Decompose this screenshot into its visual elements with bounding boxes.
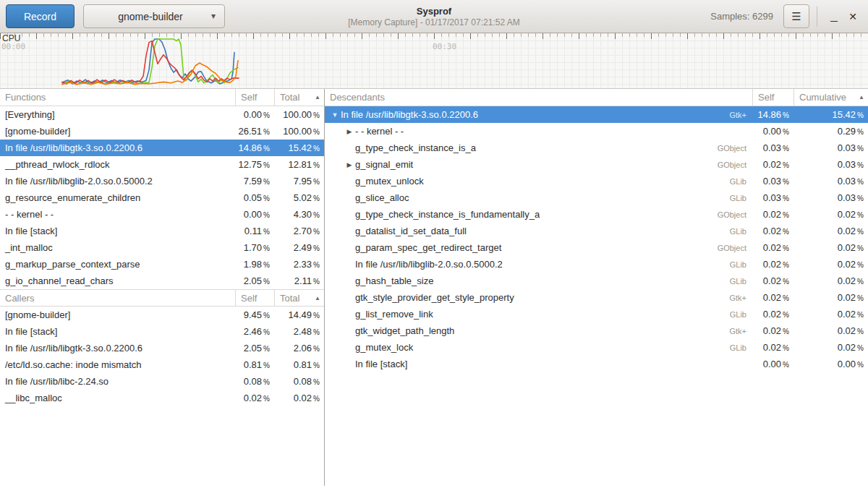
percent-sign: % xyxy=(263,328,270,336)
percent-sign: % xyxy=(313,194,320,202)
column-header-self[interactable]: Self xyxy=(752,89,793,106)
tree-row[interactable]: g_mutex_lockGLib0.02%0.02% xyxy=(325,339,868,356)
table-row[interactable]: In file /usr/lib/libc-2.24.so0.08%0.08% xyxy=(0,373,324,390)
self-percent-value: 12.75 xyxy=(239,159,263,170)
menu-button[interactable]: ☰ xyxy=(783,4,809,28)
self-percent: 0.02% xyxy=(752,242,793,253)
tree-row[interactable]: g_hash_table_sizeGLib0.02%0.02% xyxy=(325,273,868,289)
descendant-name-cell: g_mutex_lock xyxy=(325,342,730,353)
percent-sign: % xyxy=(857,344,864,352)
table-row[interactable]: In file [stack]2.46%2.48% xyxy=(0,323,324,340)
self-percent-value: 0.02 xyxy=(763,275,781,286)
table-row[interactable]: g_resource_enumerate_children0.05%5.02% xyxy=(0,189,324,206)
self-percent: 12.75% xyxy=(235,159,274,170)
table-row[interactable]: In file [stack]0.11%2.70% xyxy=(0,223,324,239)
table-row[interactable]: /etc/ld.so.cache: inode mismatch0.81%0.8… xyxy=(0,356,324,373)
table-row[interactable]: g_markup_parse_context_parse1.98%2.33% xyxy=(0,256,324,273)
chevron-down-icon: ▾ xyxy=(211,11,216,21)
percent-sign: % xyxy=(313,345,320,353)
descendant-name: g_datalist_id_set_data_full xyxy=(355,226,467,236)
process-selector[interactable]: gnome-builder ▾ xyxy=(83,4,225,28)
percent-sign: % xyxy=(857,178,864,186)
self-percent: 0.02% xyxy=(752,325,793,336)
self-percent-value: 0.03 xyxy=(763,142,781,153)
descendant-name: g_mutex_unlock xyxy=(355,176,424,187)
function-name: g_resource_enumerate_children xyxy=(0,192,235,203)
column-header-self[interactable]: Self xyxy=(235,290,274,306)
self-percent: 2.46% xyxy=(235,326,274,337)
total-percent-value: 2.11 xyxy=(294,275,312,286)
expander-open-icon[interactable]: ▼ xyxy=(329,111,341,119)
table-row[interactable]: - - kernel - -0.00%4.30% xyxy=(0,206,324,223)
column-header-cumulative[interactable]: Cumulative▲ xyxy=(793,89,868,106)
table-row[interactable]: [Everything]0.00%100.00% xyxy=(0,106,324,123)
tree-row[interactable]: In file /usr/lib/libglib-2.0.so.0.5000.2… xyxy=(325,256,868,273)
expander-closed-icon[interactable]: ▶ xyxy=(344,161,355,168)
descendant-name-cell: In file [stack] xyxy=(325,359,752,369)
tree-row[interactable]: ▶- - kernel - -0.00%0.29% xyxy=(325,123,868,140)
table-row[interactable]: _int_malloc1.70%2.49% xyxy=(0,239,324,256)
cumulative-percent: 0.00% xyxy=(793,359,868,369)
percent-sign: % xyxy=(857,161,864,169)
descendants-pane: DescendantsSelfCumulative▲▼In file /usr/… xyxy=(325,89,868,488)
tree-row[interactable]: g_slice_allocGLib0.03%0.03% xyxy=(325,189,868,206)
tree-row[interactable]: gtk_widget_path_lengthGtk+0.02%0.02% xyxy=(325,322,868,339)
cumulative-percent-value: 0.02 xyxy=(838,226,856,236)
total-percent-value: 2.49 xyxy=(294,242,312,253)
column-header-descendants[interactable]: Descendants xyxy=(325,89,752,106)
total-percent-value: 100.00 xyxy=(283,109,312,120)
self-percent-value: 2.05 xyxy=(244,275,262,286)
function-name: __libc_malloc xyxy=(0,393,235,403)
table-row[interactable]: In file /usr/lib/libgtk-3.so.0.2200.62.0… xyxy=(0,340,324,356)
function-name: __pthread_rwlock_rdlock xyxy=(0,159,235,170)
self-percent: 7.59% xyxy=(235,176,274,187)
self-percent: 0.05% xyxy=(235,192,274,203)
record-button[interactable]: Record xyxy=(6,4,75,28)
total-percent-value: 14.49 xyxy=(289,309,312,320)
table-row[interactable]: In file /usr/lib/libglib-2.0.so.0.5000.2… xyxy=(0,173,324,189)
cpu-graph[interactable]: CPU 00:00 00:30 xyxy=(0,33,868,89)
percent-sign: % xyxy=(263,111,270,119)
expander-closed-icon[interactable]: ▶ xyxy=(344,128,355,135)
library-badge: GLib xyxy=(730,310,746,319)
table-row[interactable]: g_io_channel_read_chars2.05%2.11% xyxy=(0,273,324,289)
self-percent: 0.03% xyxy=(752,176,793,187)
column-header-total[interactable]: Total▲ xyxy=(274,89,324,106)
tree-row[interactable]: g_mutex_unlockGLib0.03%0.03% xyxy=(325,173,868,189)
tree-row[interactable]: ▶g_signal_emitGObject0.02%0.03% xyxy=(325,156,868,173)
table-row[interactable]: __libc_malloc0.02%0.02% xyxy=(0,390,324,406)
column-header-callers[interactable]: Callers xyxy=(0,290,235,306)
table-row[interactable]: [gnome-builder]9.45%14.49% xyxy=(0,307,324,323)
descendant-name: g_slice_alloc xyxy=(355,192,409,203)
table-row[interactable]: __pthread_rwlock_rdlock12.75%12.81% xyxy=(0,156,324,173)
cumulative-percent-value: 0.03 xyxy=(838,142,856,153)
tree-row[interactable]: g_list_remove_linkGLib0.02%0.02% xyxy=(325,306,868,322)
column-header-total[interactable]: Total▲ xyxy=(274,290,324,306)
column-header-self[interactable]: Self xyxy=(235,89,274,106)
percent-sign: % xyxy=(263,161,270,169)
close-button[interactable]: ✕ xyxy=(843,6,862,27)
percent-sign: % xyxy=(783,161,789,169)
percent-sign: % xyxy=(783,311,789,319)
self-percent-value: 0.00 xyxy=(244,109,262,120)
tree-row[interactable]: ▼In file /usr/lib/libgtk-3.so.0.2200.6Gt… xyxy=(325,106,868,123)
self-percent: 0.02% xyxy=(752,292,793,303)
library-badge: GLib xyxy=(730,260,746,269)
tree-row[interactable]: g_type_check_instance_is_fundamentally_a… xyxy=(325,206,868,223)
tree-row[interactable]: g_type_check_instance_is_aGObject0.03%0.… xyxy=(325,140,868,156)
minimize-button[interactable]: ─ xyxy=(825,6,843,27)
column-header-functions[interactable]: Functions xyxy=(0,89,235,106)
tree-row[interactable]: gtk_style_provider_get_style_propertyGtk… xyxy=(325,289,868,306)
percent-sign: % xyxy=(857,311,864,319)
table-row[interactable]: In file /usr/lib/libgtk-3.so.0.2200.614.… xyxy=(0,140,324,156)
cumulative-percent-value: 15.42 xyxy=(833,109,856,120)
percent-sign: % xyxy=(783,111,789,119)
descendant-name: In file /usr/lib/libglib-2.0.so.0.5000.2 xyxy=(355,259,503,270)
percent-sign: % xyxy=(263,361,270,369)
table-row[interactable]: [gnome-builder]26.51%100.00% xyxy=(0,123,324,140)
tree-row[interactable]: g_datalist_id_set_data_fullGLib0.02%0.02… xyxy=(325,223,868,239)
title-box: Sysprof [Memory Capture] - 01/17/2017 07… xyxy=(239,0,629,33)
self-percent-value: 0.81 xyxy=(244,359,262,370)
tree-row[interactable]: In file [stack]0.00%0.00% xyxy=(325,356,868,372)
tree-row[interactable]: g_param_spec_get_redirect_targetGObject0… xyxy=(325,239,868,256)
